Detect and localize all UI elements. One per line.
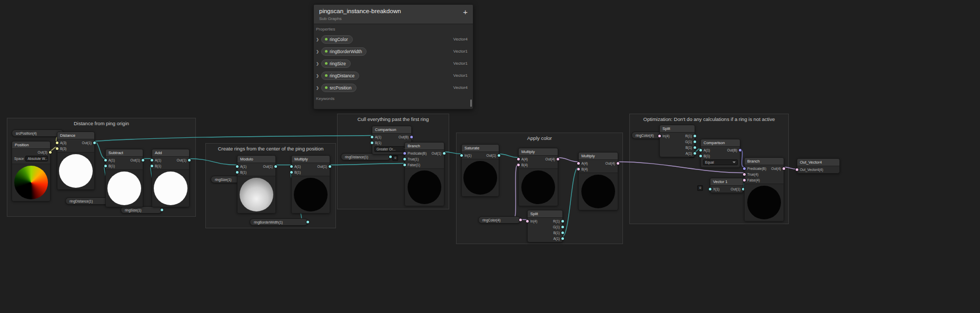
graph-canvas[interactable]: Distance from ping origin Create rings f… [0, 0, 980, 313]
property-node-srcposition[interactable]: srcPosition(4) [12, 129, 64, 137]
port-dot-in[interactable] [236, 171, 239, 174]
port-dot-out[interactable] [306, 221, 309, 224]
port-dot-in[interactable] [699, 149, 702, 152]
port-dot-out[interactable] [274, 165, 277, 168]
port-dot-in[interactable] [56, 142, 58, 144]
property-node-ringcolor[interactable]: ringColor(4) [478, 216, 521, 224]
port-dot-out[interactable] [561, 231, 564, 234]
node-multiply-color-a[interactable]: Multiply A(4) Out(4) B(4) [518, 148, 558, 206]
node-branch-opt[interactable]: Branch Predicate(B) Out(4) True(4) False… [744, 157, 784, 221]
property-row-ringsize[interactable]: ❯ ringSize Vector1 [314, 57, 473, 69]
port-dot-in[interactable] [709, 188, 711, 190]
port-dot-out[interactable] [93, 142, 96, 144]
port-dot-in[interactable] [104, 165, 107, 167]
port-dot-in[interactable] [290, 165, 293, 168]
property-node-ringsize[interactable]: ringSize(1) [121, 206, 162, 214]
property-row-srcposition[interactable]: ❯ srcPosition Vector4 [314, 82, 473, 94]
port-dot-in[interactable] [796, 168, 798, 171]
port-dot-out[interactable] [49, 151, 52, 154]
port-dot-out[interactable] [617, 162, 619, 165]
property-row-ringcolor[interactable]: ❯ ringColor Vector4 [314, 33, 473, 45]
port-dot-in[interactable] [104, 159, 107, 161]
node-split-opt[interactable]: Split In(4) R(1) G(1) B(1) A(1) [659, 125, 695, 157]
port-dot-in[interactable] [743, 173, 746, 176]
port-dot-in[interactable] [151, 165, 153, 167]
chevron-right-icon[interactable]: ❯ [316, 49, 321, 54]
node-branch-cull[interactable]: Branch Predicate(B) Out(1) True(1) False… [404, 142, 444, 206]
property-pill[interactable]: ringSize [321, 59, 351, 68]
pill-label: ringDistance(1) [345, 155, 368, 159]
node-comparison-opt[interactable]: Comparison A(1) Out(B) B(1) Equal [700, 139, 740, 168]
port-dot-in[interactable] [517, 164, 520, 166]
port-dot-in[interactable] [517, 158, 520, 160]
port-dot-in[interactable] [403, 152, 406, 155]
port-dot-out[interactable] [694, 152, 696, 155]
node-modulo[interactable]: Modulo A(1) Out(1) B(1) [237, 155, 276, 214]
node-multiply-color-b[interactable]: Multiply A(4) Out(4) B(4) [578, 152, 618, 210]
port-dot-in[interactable] [743, 179, 746, 181]
node-multiply-rings[interactable]: Multiply A(1) Out(1) B(1) [291, 155, 330, 214]
port-dot-in[interactable] [371, 136, 373, 138]
port-dot-out[interactable] [410, 136, 413, 138]
port-dot-in[interactable] [236, 165, 239, 168]
port-dot-out[interactable] [561, 226, 564, 228]
port-dot-out[interactable] [557, 158, 559, 160]
port-dot-out[interactable] [443, 152, 446, 155]
property-row-ringdistance[interactable]: ❯ ringDistance Vector1 [314, 69, 473, 82]
node-output[interactable]: Out_Vector4 Out_Vector4(4) [797, 158, 840, 174]
port-dot-in[interactable] [290, 171, 293, 174]
port-dot-out[interactable] [561, 220, 564, 223]
node-split-color[interactable]: Split In(4) R(1) G(1) B(1) A(1) [527, 210, 563, 243]
blackboard-header[interactable]: pingscan_instance-breakdown Sub Graphs + [314, 5, 473, 24]
port-dot-in[interactable] [371, 142, 373, 144]
property-pill[interactable]: srcPosition [321, 84, 357, 92]
port-dot-out[interactable] [561, 237, 564, 240]
port-dot-out[interactable] [389, 156, 392, 158]
group-title: Create rings from the center of the ping… [206, 146, 335, 152]
port-dot-out[interactable] [694, 140, 696, 143]
port-dot-in[interactable] [460, 154, 463, 157]
port-dot-out[interactable] [142, 159, 144, 161]
port-dot-in[interactable] [403, 158, 406, 160]
port-dot-out[interactable] [329, 165, 331, 168]
chevron-right-icon[interactable]: ❯ [316, 86, 321, 90]
port-dot-out[interactable] [161, 209, 163, 211]
port-dot-out[interactable] [188, 159, 191, 161]
scrollbar-thumb[interactable] [470, 99, 472, 107]
blackboard-panel[interactable]: pingscan_instance-breakdown Sub Graphs +… [313, 4, 473, 109]
property-pill[interactable]: ringColor [321, 35, 353, 44]
port-dot-out[interactable] [694, 135, 696, 137]
node-vector1[interactable]: Vector 1 X(1) Out(1) [710, 178, 744, 193]
space-dropdown[interactable]: Absolute W... [25, 156, 48, 161]
property-node-ringborderwidth[interactable]: ringBorderWidth(1) [250, 218, 308, 226]
node-subtract[interactable]: Subtract A(1) Out(1) B(1) [105, 149, 143, 207]
port-dot-in[interactable] [577, 168, 580, 170]
chevron-right-icon[interactable]: ❯ [316, 37, 321, 42]
add-property-button[interactable]: + [463, 8, 468, 16]
port-dot-in[interactable] [577, 162, 580, 165]
node-add[interactable]: Add A(1) Out(1) B(1) [152, 149, 190, 207]
chevron-right-icon[interactable]: ❯ [316, 74, 321, 78]
port-dot-out[interactable] [739, 149, 741, 152]
value-chip-branch-true[interactable]: 0 [392, 155, 398, 161]
node-saturate[interactable]: Saturate In(1) Out(1) [461, 144, 499, 197]
value-chip-vector1-x[interactable]: 0 [697, 185, 703, 191]
port-dot-out[interactable] [519, 219, 522, 221]
port-dot-in[interactable] [403, 164, 406, 166]
node-position[interactable]: Position Out(3) Space Absolute W... [12, 141, 51, 201]
port-dot-in[interactable] [526, 220, 529, 223]
comparison-mode-dropdown[interactable]: Equal [703, 159, 738, 165]
port-dot-in[interactable] [743, 167, 746, 170]
port-dot-in[interactable] [56, 147, 58, 150]
chevron-right-icon[interactable]: ❯ [316, 62, 321, 66]
port-dot-in[interactable] [151, 159, 153, 161]
port-dot-out[interactable] [694, 146, 696, 149]
port-dot-out[interactable] [783, 167, 785, 170]
property-pill[interactable]: ringDistance [321, 72, 359, 80]
property-row-ringborderwidth[interactable]: ❯ ringBorderWidth Vector1 [314, 45, 473, 57]
node-distance[interactable]: Distance A(3) Out(1) B(3) [57, 132, 95, 190]
port-dot-in[interactable] [658, 135, 661, 137]
port-dot-out[interactable] [498, 154, 500, 157]
property-pill[interactable]: ringBorderWidth [321, 47, 367, 56]
port-dot-in[interactable] [699, 155, 702, 157]
